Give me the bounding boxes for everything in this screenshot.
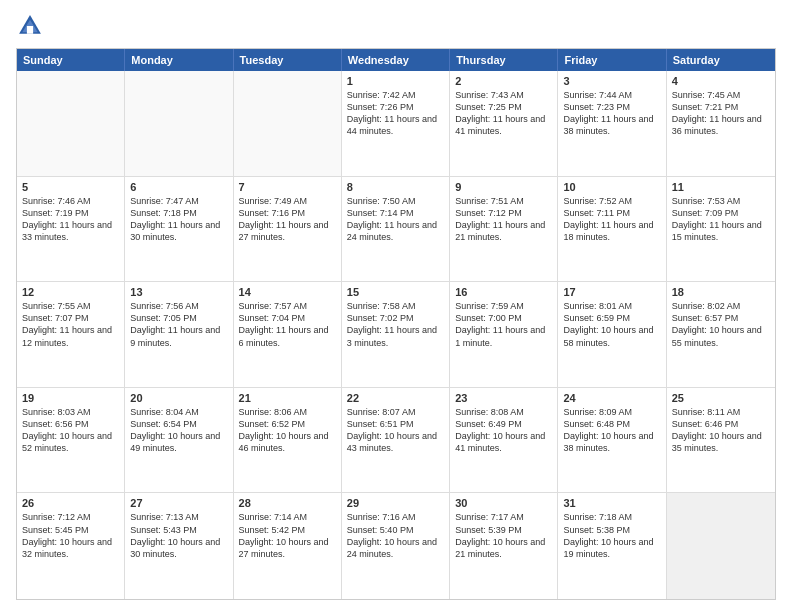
cal-cell: 2Sunrise: 7:43 AM Sunset: 7:25 PM Daylig… (450, 71, 558, 176)
calendar-body: 1Sunrise: 7:42 AM Sunset: 7:26 PM Daylig… (17, 71, 775, 599)
day-number: 2 (455, 75, 552, 87)
cell-daylight-info: Sunrise: 7:56 AM Sunset: 7:05 PM Dayligh… (130, 300, 227, 349)
cell-daylight-info: Sunrise: 7:51 AM Sunset: 7:12 PM Dayligh… (455, 195, 552, 244)
cal-cell: 13Sunrise: 7:56 AM Sunset: 7:05 PM Dayli… (125, 282, 233, 387)
day-number: 26 (22, 497, 119, 509)
day-number: 7 (239, 181, 336, 193)
cell-daylight-info: Sunrise: 8:09 AM Sunset: 6:48 PM Dayligh… (563, 406, 660, 455)
cell-daylight-info: Sunrise: 7:16 AM Sunset: 5:40 PM Dayligh… (347, 511, 444, 560)
cal-cell: 16Sunrise: 7:59 AM Sunset: 7:00 PM Dayli… (450, 282, 558, 387)
cal-cell: 9Sunrise: 7:51 AM Sunset: 7:12 PM Daylig… (450, 177, 558, 282)
cal-cell: 19Sunrise: 8:03 AM Sunset: 6:56 PM Dayli… (17, 388, 125, 493)
cal-cell: 26Sunrise: 7:12 AM Sunset: 5:45 PM Dayli… (17, 493, 125, 599)
day-number: 5 (22, 181, 119, 193)
day-number: 4 (672, 75, 770, 87)
cell-daylight-info: Sunrise: 7:43 AM Sunset: 7:25 PM Dayligh… (455, 89, 552, 138)
day-number: 3 (563, 75, 660, 87)
cell-daylight-info: Sunrise: 7:53 AM Sunset: 7:09 PM Dayligh… (672, 195, 770, 244)
cell-daylight-info: Sunrise: 8:04 AM Sunset: 6:54 PM Dayligh… (130, 406, 227, 455)
cal-cell: 25Sunrise: 8:11 AM Sunset: 6:46 PM Dayli… (667, 388, 775, 493)
day-number: 22 (347, 392, 444, 404)
cal-cell: 4Sunrise: 7:45 AM Sunset: 7:21 PM Daylig… (667, 71, 775, 176)
day-number: 30 (455, 497, 552, 509)
cell-daylight-info: Sunrise: 8:11 AM Sunset: 6:46 PM Dayligh… (672, 406, 770, 455)
cal-header-saturday: Saturday (667, 49, 775, 71)
cal-cell: 22Sunrise: 8:07 AM Sunset: 6:51 PM Dayli… (342, 388, 450, 493)
cell-daylight-info: Sunrise: 7:52 AM Sunset: 7:11 PM Dayligh… (563, 195, 660, 244)
cal-cell: 5Sunrise: 7:46 AM Sunset: 7:19 PM Daylig… (17, 177, 125, 282)
day-number: 20 (130, 392, 227, 404)
cell-daylight-info: Sunrise: 7:18 AM Sunset: 5:38 PM Dayligh… (563, 511, 660, 560)
cell-daylight-info: Sunrise: 7:13 AM Sunset: 5:43 PM Dayligh… (130, 511, 227, 560)
header (16, 12, 776, 40)
logo (16, 12, 48, 40)
day-number: 8 (347, 181, 444, 193)
cal-cell: 15Sunrise: 7:58 AM Sunset: 7:02 PM Dayli… (342, 282, 450, 387)
day-number: 19 (22, 392, 119, 404)
day-number: 16 (455, 286, 552, 298)
calendar: SundayMondayTuesdayWednesdayThursdayFrid… (16, 48, 776, 600)
cal-row-3: 12Sunrise: 7:55 AM Sunset: 7:07 PM Dayli… (17, 282, 775, 388)
day-number: 23 (455, 392, 552, 404)
cell-daylight-info: Sunrise: 8:08 AM Sunset: 6:49 PM Dayligh… (455, 406, 552, 455)
day-number: 29 (347, 497, 444, 509)
cal-cell: 14Sunrise: 7:57 AM Sunset: 7:04 PM Dayli… (234, 282, 342, 387)
svg-rect-2 (27, 26, 33, 34)
cal-cell: 8Sunrise: 7:50 AM Sunset: 7:14 PM Daylig… (342, 177, 450, 282)
cell-daylight-info: Sunrise: 8:03 AM Sunset: 6:56 PM Dayligh… (22, 406, 119, 455)
day-number: 11 (672, 181, 770, 193)
calendar-header-row: SundayMondayTuesdayWednesdayThursdayFrid… (17, 49, 775, 71)
cell-daylight-info: Sunrise: 8:07 AM Sunset: 6:51 PM Dayligh… (347, 406, 444, 455)
cal-header-tuesday: Tuesday (234, 49, 342, 71)
cal-header-friday: Friday (558, 49, 666, 71)
day-number: 21 (239, 392, 336, 404)
cal-cell (234, 71, 342, 176)
day-number: 25 (672, 392, 770, 404)
cell-daylight-info: Sunrise: 8:01 AM Sunset: 6:59 PM Dayligh… (563, 300, 660, 349)
cal-cell: 18Sunrise: 8:02 AM Sunset: 6:57 PM Dayli… (667, 282, 775, 387)
day-number: 13 (130, 286, 227, 298)
cal-cell: 28Sunrise: 7:14 AM Sunset: 5:42 PM Dayli… (234, 493, 342, 599)
day-number: 6 (130, 181, 227, 193)
cell-daylight-info: Sunrise: 7:45 AM Sunset: 7:21 PM Dayligh… (672, 89, 770, 138)
cell-daylight-info: Sunrise: 7:58 AM Sunset: 7:02 PM Dayligh… (347, 300, 444, 349)
cell-daylight-info: Sunrise: 8:02 AM Sunset: 6:57 PM Dayligh… (672, 300, 770, 349)
cell-daylight-info: Sunrise: 7:42 AM Sunset: 7:26 PM Dayligh… (347, 89, 444, 138)
day-number: 1 (347, 75, 444, 87)
cal-cell: 23Sunrise: 8:08 AM Sunset: 6:49 PM Dayli… (450, 388, 558, 493)
day-number: 12 (22, 286, 119, 298)
cal-cell: 21Sunrise: 8:06 AM Sunset: 6:52 PM Dayli… (234, 388, 342, 493)
day-number: 27 (130, 497, 227, 509)
cal-cell (17, 71, 125, 176)
day-number: 28 (239, 497, 336, 509)
cal-cell: 27Sunrise: 7:13 AM Sunset: 5:43 PM Dayli… (125, 493, 233, 599)
cal-cell: 6Sunrise: 7:47 AM Sunset: 7:18 PM Daylig… (125, 177, 233, 282)
cal-cell: 12Sunrise: 7:55 AM Sunset: 7:07 PM Dayli… (17, 282, 125, 387)
day-number: 9 (455, 181, 552, 193)
day-number: 14 (239, 286, 336, 298)
day-number: 15 (347, 286, 444, 298)
logo-icon (16, 12, 44, 40)
cal-cell: 17Sunrise: 8:01 AM Sunset: 6:59 PM Dayli… (558, 282, 666, 387)
cell-daylight-info: Sunrise: 7:14 AM Sunset: 5:42 PM Dayligh… (239, 511, 336, 560)
cal-cell: 3Sunrise: 7:44 AM Sunset: 7:23 PM Daylig… (558, 71, 666, 176)
cell-daylight-info: Sunrise: 7:47 AM Sunset: 7:18 PM Dayligh… (130, 195, 227, 244)
cal-cell: 30Sunrise: 7:17 AM Sunset: 5:39 PM Dayli… (450, 493, 558, 599)
cal-header-wednesday: Wednesday (342, 49, 450, 71)
cal-row-4: 19Sunrise: 8:03 AM Sunset: 6:56 PM Dayli… (17, 388, 775, 494)
cal-row-2: 5Sunrise: 7:46 AM Sunset: 7:19 PM Daylig… (17, 177, 775, 283)
cell-daylight-info: Sunrise: 7:49 AM Sunset: 7:16 PM Dayligh… (239, 195, 336, 244)
day-number: 31 (563, 497, 660, 509)
cal-cell: 31Sunrise: 7:18 AM Sunset: 5:38 PM Dayli… (558, 493, 666, 599)
cell-daylight-info: Sunrise: 8:06 AM Sunset: 6:52 PM Dayligh… (239, 406, 336, 455)
day-number: 18 (672, 286, 770, 298)
calendar-page: SundayMondayTuesdayWednesdayThursdayFrid… (0, 0, 792, 612)
day-number: 17 (563, 286, 660, 298)
cell-daylight-info: Sunrise: 7:12 AM Sunset: 5:45 PM Dayligh… (22, 511, 119, 560)
cell-daylight-info: Sunrise: 7:46 AM Sunset: 7:19 PM Dayligh… (22, 195, 119, 244)
day-number: 10 (563, 181, 660, 193)
cal-cell: 7Sunrise: 7:49 AM Sunset: 7:16 PM Daylig… (234, 177, 342, 282)
cell-daylight-info: Sunrise: 7:55 AM Sunset: 7:07 PM Dayligh… (22, 300, 119, 349)
cal-row-1: 1Sunrise: 7:42 AM Sunset: 7:26 PM Daylig… (17, 71, 775, 177)
cal-header-sunday: Sunday (17, 49, 125, 71)
